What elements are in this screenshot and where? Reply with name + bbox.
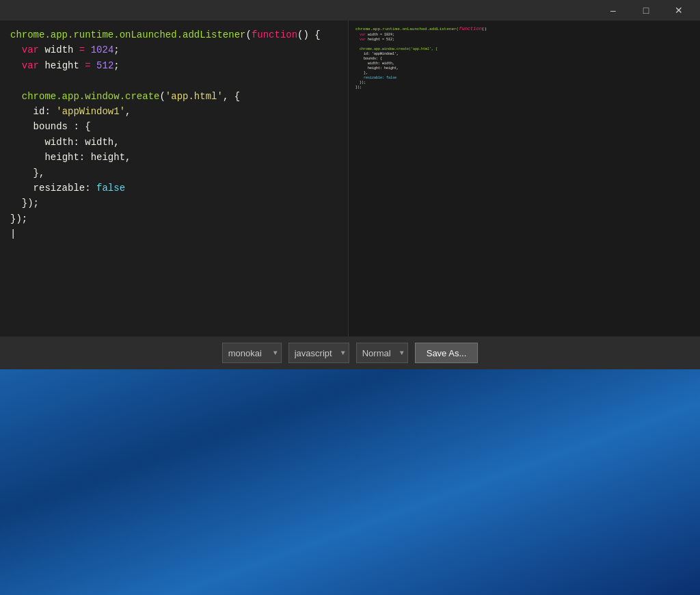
bottom-toolbar: monokai solarized dracula javascript pyt… [0, 336, 700, 369]
title-bar: – □ ✕ [0, 0, 700, 21]
minimap-pane: chrome.app.runtime.onLaunched.addListene… [349, 21, 700, 336]
editor-area: chrome.app.runtime.onLaunched.addListene… [0, 21, 700, 336]
minimap-content: chrome.app.runtime.onLaunched.addListene… [349, 21, 700, 96]
language-select-wrapper: javascript python html css [288, 343, 349, 363]
theme-select-wrapper: monokai solarized dracula [222, 343, 282, 363]
close-button[interactable]: ✕ [663, 0, 695, 21]
theme-select[interactable]: monokai solarized dracula [222, 343, 282, 363]
desktop-background [0, 369, 700, 595]
maximize-button[interactable]: □ [630, 0, 662, 21]
main-editor-pane[interactable]: chrome.app.runtime.onLaunched.addListene… [0, 21, 349, 336]
language-select[interactable]: javascript python html css [288, 343, 349, 363]
minimize-button[interactable]: – [597, 0, 629, 21]
code-content: chrome.app.runtime.onLaunched.addListene… [0, 21, 348, 248]
wrap-select[interactable]: Normal Soft Hard [356, 343, 408, 363]
app-window: – □ ✕ chrome.app.runtime.onLaunched.addL… [0, 0, 700, 369]
title-bar-controls: – □ ✕ [597, 0, 695, 21]
save-as-button[interactable]: Save As... [415, 343, 479, 363]
wrap-select-wrapper: Normal Soft Hard [356, 343, 408, 363]
